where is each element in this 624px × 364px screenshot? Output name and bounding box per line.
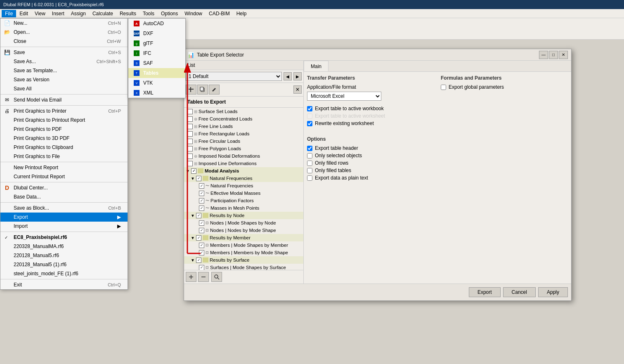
menu-save[interactable]: 💾 Save Ctrl+S bbox=[0, 48, 128, 57]
menu-recent-3[interactable]: 220128_Manual5.rf6 bbox=[0, 251, 128, 260]
submenu-tables[interactable]: T Tables bbox=[128, 68, 185, 78]
menu-print-graphics[interactable]: 🖨 Print Graphics to Printer Ctrl+P bbox=[0, 106, 128, 116]
imposed-line-checkbox[interactable] bbox=[187, 161, 193, 166]
app-format-select[interactable]: Microsoft Excel bbox=[307, 92, 381, 101]
list-next-button[interactable]: ▶ bbox=[293, 72, 302, 80]
menu-save-block[interactable]: Save as Block... Ctrl+B bbox=[0, 203, 128, 213]
tree-free-concentrated-loads[interactable]: ⊛ Free Concentrated Loads bbox=[184, 115, 303, 123]
menu-send-email[interactable]: ✉ Send Model via Email bbox=[0, 95, 128, 104]
menu-calculate[interactable]: Calculate bbox=[89, 10, 116, 17]
only-filled-tables-checkbox[interactable] bbox=[307, 168, 312, 173]
menu-cadbim[interactable]: CAD-BIM bbox=[206, 10, 233, 17]
surfaces-mode-surface-checkbox[interactable] bbox=[199, 265, 204, 270]
menu-recent-5[interactable]: steel_joints_model_FE (1).rf6 bbox=[0, 269, 128, 278]
tree-natural-frequencies-cat[interactable]: ▼ Natural Frequencies bbox=[184, 175, 303, 182]
submenu-xml[interactable]: X XML bbox=[128, 88, 185, 98]
menu-exit[interactable]: Exit Ctrl+Q bbox=[0, 280, 128, 289]
tree-nodes-mode-shapes-by-node[interactable]: ⊡ Nodes | Mode Shapes by Node bbox=[184, 219, 303, 227]
tree-members-mode-by-member[interactable]: ⊡ Members | Mode Shapes by Member bbox=[184, 241, 303, 249]
export-global-params-checkbox[interactable] bbox=[441, 85, 446, 90]
search-button[interactable] bbox=[211, 272, 222, 282]
members-by-mode-checkbox[interactable] bbox=[199, 250, 204, 255]
menu-current-printout[interactable]: Current Printout Report bbox=[0, 172, 128, 181]
modal-analysis-checkbox[interactable] bbox=[191, 168, 196, 174]
menu-insert[interactable]: Insert bbox=[49, 10, 68, 17]
rewrite-worksheet-checkbox[interactable] bbox=[307, 121, 312, 126]
menu-file[interactable]: File bbox=[2, 10, 16, 17]
submenu-ifc[interactable]: I IFC bbox=[128, 48, 185, 58]
results-node-cat-checkbox[interactable] bbox=[196, 213, 201, 218]
tree-masses-mesh-points[interactable]: 〜 Masses in Mesh Points bbox=[184, 204, 303, 212]
tree-participation-factors[interactable]: 〜 Participation Factors bbox=[184, 197, 303, 204]
list-dropdown[interactable]: 1 Default bbox=[186, 72, 282, 81]
nodes-by-mode-checkbox[interactable] bbox=[199, 228, 204, 233]
menu-save-version[interactable]: Save as Version bbox=[0, 75, 128, 84]
submenu-dxf[interactable]: DXF DXF bbox=[128, 28, 185, 38]
tree-members-by-mode-shape[interactable]: ⊡ Members | Members by Mode Shape bbox=[184, 249, 303, 256]
list-close-button[interactable]: ✕ bbox=[293, 85, 302, 94]
dialog-minimize-button[interactable]: — bbox=[539, 51, 548, 59]
export-header-checkbox[interactable] bbox=[307, 146, 312, 151]
menu-print-pdf[interactable]: Print Graphics to PDF bbox=[0, 125, 128, 134]
menu-print-file[interactable]: Print Graphics to File bbox=[0, 152, 128, 161]
free-rectangular-checkbox[interactable] bbox=[187, 131, 193, 137]
natfreq-cat-checkbox[interactable] bbox=[196, 176, 201, 181]
menu-recent-2[interactable]: 220328_ManualMA.rf6 bbox=[0, 242, 128, 251]
dialog-maximize-button[interactable]: □ bbox=[549, 51, 558, 59]
participation-checkbox[interactable] bbox=[199, 198, 204, 203]
menu-dlubal-center[interactable]: D Dlubal Center... bbox=[0, 183, 128, 192]
menu-view[interactable]: View bbox=[31, 10, 49, 17]
free-line-checkbox[interactable] bbox=[187, 124, 193, 129]
apply-button[interactable]: Apply bbox=[538, 287, 568, 297]
menu-window[interactable]: Window bbox=[181, 10, 206, 17]
nodes-mode-node-checkbox[interactable] bbox=[199, 220, 204, 226]
members-mode-member-checkbox[interactable] bbox=[199, 243, 204, 248]
tree-surface-set-loads[interactable]: ⊞ Surface Set Loads bbox=[184, 108, 303, 115]
tree-results-by-node-cat[interactable]: ▼ Results by Node bbox=[184, 212, 303, 219]
collapse-all-button[interactable] bbox=[198, 272, 209, 282]
export-workbook-checkbox[interactable] bbox=[307, 106, 312, 111]
tree-surfaces-mode-by-surface[interactable]: ⊡ Surfaces | Mode Shapes by Surface bbox=[184, 264, 303, 270]
expand-all-button[interactable] bbox=[186, 272, 196, 282]
menu-new-printout[interactable]: New Printout Report bbox=[0, 163, 128, 172]
menu-recent-4[interactable]: 220128_Manual5 (1).rf6 bbox=[0, 260, 128, 269]
menu-save-template[interactable]: Save as Template... bbox=[0, 66, 128, 75]
tree-free-circular-loads[interactable]: ⊞ Free Circular Loads bbox=[184, 137, 303, 145]
tree-imposed-line[interactable]: ⊞ Imposed Line Deformations bbox=[184, 160, 303, 167]
export-button[interactable]: Export bbox=[469, 287, 501, 297]
tree-imposed-nodal[interactable]: ⊛ Imposed Nodal Deformations bbox=[184, 152, 303, 160]
submenu-autocad[interactable]: A AutoCAD bbox=[128, 19, 185, 28]
tree-free-polygon-loads[interactable]: ⊞ Free Polygon Loads bbox=[184, 145, 303, 152]
list-add-button[interactable] bbox=[186, 85, 196, 95]
only-filled-rows-checkbox[interactable] bbox=[307, 161, 312, 166]
natfreq-checkbox[interactable] bbox=[199, 183, 204, 189]
tree-results-by-member-cat[interactable]: ▼ Results by Member bbox=[184, 234, 303, 241]
menu-close[interactable]: Close Ctrl+W bbox=[0, 37, 128, 46]
menu-print-3dpdf[interactable]: Print Graphics to 3D PDF bbox=[0, 134, 128, 143]
menu-import[interactable]: Import ▶ bbox=[0, 222, 128, 231]
menu-results[interactable]: Results bbox=[116, 10, 139, 17]
menu-saveas[interactable]: Save As... Ctrl+Shift+S bbox=[0, 57, 128, 66]
dialog-close-button[interactable]: ✕ bbox=[559, 51, 568, 59]
menu-save-all[interactable]: Save All bbox=[0, 84, 128, 93]
submenu-saf[interactable]: S SAF bbox=[128, 58, 185, 68]
menu-base-data[interactable]: Base Data... bbox=[0, 192, 128, 201]
cancel-button[interactable]: Cancel bbox=[503, 287, 536, 297]
free-circular-checkbox[interactable] bbox=[187, 139, 193, 144]
free-concentrated-checkbox[interactable] bbox=[187, 116, 193, 122]
results-member-cat-checkbox[interactable] bbox=[196, 235, 201, 241]
list-prev-button[interactable]: ◀ bbox=[284, 72, 292, 80]
menu-print-report[interactable]: Print Graphics to Printout Report bbox=[0, 116, 128, 125]
menu-tools[interactable]: Tools bbox=[139, 10, 158, 17]
tree-free-rectangular-loads[interactable]: ⊞ Free Rectangular Loads bbox=[184, 130, 303, 137]
menu-help[interactable]: Help bbox=[233, 10, 250, 17]
list-copy-button[interactable] bbox=[197, 85, 208, 95]
list-edit-button[interactable] bbox=[209, 85, 220, 95]
menu-open[interactable]: 📂 Open... Ctrl+O bbox=[0, 28, 128, 37]
tree-effective-modal-masses[interactable]: 〜 Effective Modal Masses bbox=[184, 189, 303, 197]
tab-main[interactable]: Main bbox=[304, 61, 329, 71]
menu-edit[interactable]: Edit bbox=[16, 10, 31, 17]
menu-export[interactable]: Export ▶ bbox=[0, 213, 128, 222]
results-surface-cat-checkbox[interactable] bbox=[196, 258, 201, 263]
imposed-nodal-checkbox[interactable] bbox=[187, 154, 193, 159]
